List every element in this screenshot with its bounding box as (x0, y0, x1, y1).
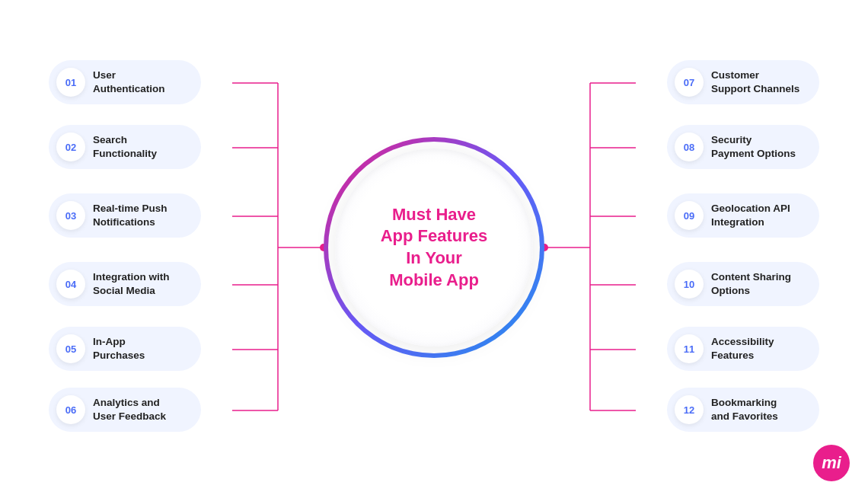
feature-05-num: 05 (56, 334, 85, 363)
feature-12-label: Bookmarkingand Favorites (711, 396, 778, 423)
feature-01-label: UserAuthentication (93, 69, 165, 95)
feature-08: 08 SecurityPayment Options (667, 125, 819, 169)
center-circle: Must Have App Features In Your Mobile Ap… (335, 148, 533, 346)
feature-02: 02 SearchFunctionality (49, 125, 201, 169)
feature-04-num: 04 (56, 270, 85, 299)
feature-08-num: 08 (675, 133, 704, 161)
feature-03-num: 03 (56, 201, 85, 230)
brand-logo: mi (813, 445, 850, 481)
feature-11: 11 AccessibilityFeatures (667, 327, 819, 371)
feature-05-label: In-AppPurchases (93, 335, 145, 362)
feature-09-label: Geolocation APIIntegration (711, 202, 790, 228)
feature-01: 01 UserAuthentication (49, 60, 201, 104)
feature-10: 10 Content SharingOptions (667, 262, 819, 306)
feature-04: 04 Integration withSocial Media (49, 262, 201, 306)
feature-12: 12 Bookmarkingand Favorites (667, 388, 819, 432)
feature-09-num: 09 (675, 201, 704, 230)
feature-07-num: 07 (675, 68, 704, 97)
center-title: Must Have App Features In Your Mobile Ap… (381, 204, 488, 291)
center-title-text: Must Have App Features In Your Mobile Ap… (381, 204, 488, 291)
feature-03: 03 Real-time PushNotifications (49, 193, 201, 238)
feature-06-num: 06 (56, 395, 85, 424)
feature-07-label: CustomerSupport Channels (711, 69, 799, 95)
feature-02-num: 02 (56, 133, 85, 161)
main-container: Must Have App Features In Your Mobile Ap… (0, 0, 868, 495)
feature-02-label: SearchFunctionality (93, 133, 157, 160)
feature-08-label: SecurityPayment Options (711, 133, 796, 160)
feature-07: 07 CustomerSupport Channels (667, 60, 819, 104)
feature-10-label: Content SharingOptions (711, 270, 791, 297)
feature-05: 05 In-AppPurchases (49, 327, 201, 371)
feature-03-label: Real-time PushNotifications (93, 202, 168, 228)
feature-04-label: Integration withSocial Media (93, 270, 170, 297)
feature-11-num: 11 (675, 334, 704, 363)
logo-text: mi (822, 453, 841, 473)
feature-11-label: AccessibilityFeatures (711, 335, 774, 362)
feature-06-label: Analytics andUser Feedback (93, 396, 166, 423)
feature-09: 09 Geolocation APIIntegration (667, 193, 819, 238)
feature-12-num: 12 (675, 395, 704, 424)
feature-10-num: 10 (675, 270, 704, 299)
feature-06: 06 Analytics andUser Feedback (49, 388, 201, 432)
feature-01-num: 01 (56, 68, 85, 97)
